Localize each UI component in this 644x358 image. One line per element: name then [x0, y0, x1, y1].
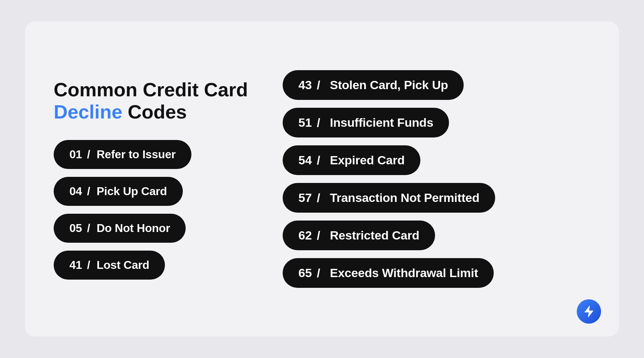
code-label-51: Insufficient Funds	[330, 116, 433, 130]
pill-65: 65/ Exceeds Withdrawal Limit	[283, 258, 494, 288]
right-column: 43/ Stolen Card, Pick Up51/ Insufficient…	[261, 70, 590, 288]
pill-41: 41/Lost Card	[54, 251, 165, 280]
logo-icon	[581, 304, 597, 319]
code-number-62: 62	[298, 228, 312, 242]
title-rest: Codes	[122, 101, 187, 122]
pill-62: 62/ Restricted Card	[283, 221, 435, 250]
logo-badge	[577, 299, 601, 324]
code-label-57: Transaction Not Permitted	[330, 191, 479, 205]
code-number-57: 57	[298, 191, 312, 205]
code-number-05: 05	[69, 222, 82, 235]
title-block: Common Credit Card Decline Codes	[54, 78, 261, 123]
code-label-41: Lost Card	[97, 258, 150, 272]
main-title: Common Credit Card Decline Codes	[54, 78, 261, 123]
code-label-54: Expired Card	[330, 153, 405, 167]
code-number-65: 65	[298, 266, 312, 280]
code-label-05: Do Not Honor	[97, 222, 170, 235]
pill-54: 54/ Expired Card	[283, 145, 420, 175]
code-label-43: Stolen Card, Pick Up	[330, 78, 448, 92]
pill-04: 04/Pick Up Card	[54, 177, 183, 206]
code-number-41: 41	[69, 258, 82, 272]
code-number-54: 54	[298, 153, 312, 167]
pill-43: 43/ Stolen Card, Pick Up	[283, 70, 464, 100]
main-card: Common Credit Card Decline Codes 01/Refe…	[25, 21, 619, 337]
left-column: Common Credit Card Decline Codes 01/Refe…	[54, 78, 261, 280]
code-number-04: 04	[69, 185, 82, 198]
code-number-01: 01	[69, 148, 82, 161]
pill-05: 05/Do Not Honor	[54, 214, 186, 243]
code-number-43: 43	[298, 78, 312, 92]
pill-57: 57/ Transaction Not Permitted	[283, 183, 495, 213]
left-codes-list: 01/Refer to Issuer04/Pick Up Card05/Do N…	[54, 140, 261, 280]
code-label-01: Refer to Issuer	[97, 148, 176, 161]
title-line1: Common Credit Card	[54, 79, 248, 100]
pill-01: 01/Refer to Issuer	[54, 140, 191, 169]
code-label-62: Restricted Card	[330, 228, 419, 242]
pill-51: 51/ Insufficient Funds	[283, 108, 449, 137]
code-number-51: 51	[298, 116, 312, 130]
code-label-65: Exceeds Withdrawal Limit	[330, 266, 478, 280]
title-blue-word: Decline	[54, 101, 122, 122]
code-label-04: Pick Up Card	[97, 185, 167, 198]
